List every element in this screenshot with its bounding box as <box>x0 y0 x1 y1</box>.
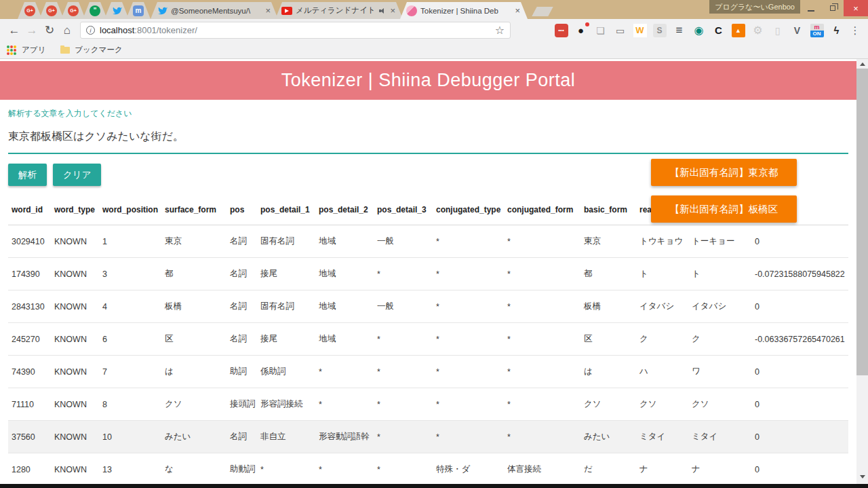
tab-tokenizer-active[interactable]: Tokenizer | Shiina Deb × <box>400 2 528 19</box>
w-extension-icon[interactable]: W <box>633 24 647 37</box>
table-cell: 特殊・ダ <box>433 453 504 485</box>
clear-button[interactable]: クリア <box>53 164 101 186</box>
close-icon[interactable]: × <box>264 6 272 15</box>
audio-speaker-icon[interactable] <box>379 7 387 14</box>
mineo-extension-icon[interactable]: mON <box>810 24 824 37</box>
table-cell: 一般 <box>374 225 433 258</box>
scroll-up-icon[interactable] <box>860 62 865 66</box>
address-bar[interactable]: i localhost:8001/tokenizer/ ☆ <box>80 22 511 39</box>
restore-button[interactable] <box>822 0 844 16</box>
table-cell: 名詞 <box>226 290 257 323</box>
table-cell: イタバシ <box>688 290 751 323</box>
menu-kebab-icon[interactable]: ⋮ <box>848 24 863 37</box>
moon-badge-extension-icon[interactable]: ● <box>574 24 588 37</box>
close-window-button[interactable]: × <box>844 0 868 16</box>
table-row[interactable]: 71110KNOWN8クソ接頭詞形容詞接続****クソクソクソ0 <box>8 388 848 421</box>
table-cell: * <box>374 453 433 485</box>
analyze-button[interactable]: 解析 <box>8 164 47 186</box>
scrollbar-thumb[interactable] <box>856 69 868 375</box>
apps-grid-icon[interactable] <box>7 45 16 55</box>
table-cell: 0 <box>751 421 848 453</box>
bookmark-star-icon[interactable]: ☆ <box>495 24 505 37</box>
close-icon[interactable]: × <box>513 6 521 15</box>
table-cell: 37560 <box>8 421 51 453</box>
pinned-tab[interactable] <box>61 2 85 19</box>
page-scrollbar[interactable] <box>856 59 868 484</box>
new-proper-noun-button-itabashi[interactable]: 【新出固有名詞】板橋区 <box>651 195 797 223</box>
table-cell: * <box>433 225 504 258</box>
table-cell: * <box>504 421 580 453</box>
ellipsis-extension-icon[interactable]: ••• <box>555 24 568 37</box>
table-cell: ワ <box>688 356 751 388</box>
bookmarks-folder[interactable]: ブックマーク <box>75 45 122 55</box>
new-tab-button[interactable] <box>532 7 553 16</box>
table-cell: 71110 <box>8 388 51 421</box>
info-icon[interactable]: i <box>86 26 95 35</box>
column-header: conjugated_type <box>433 195 504 225</box>
scroll-down-icon[interactable] <box>860 475 865 478</box>
sentence-input[interactable]: 東京都板橋区はクソみたいな街だ。 <box>8 130 848 144</box>
input-label: 解析する文章を入力してください <box>8 108 848 119</box>
gear-extension-icon[interactable]: ⚙ <box>751 24 765 37</box>
minimize-button[interactable] <box>800 0 822 16</box>
pinned-tab[interactable] <box>39 2 64 19</box>
back-icon[interactable]: ← <box>5 22 23 39</box>
table-cell: 区 <box>161 323 226 356</box>
table-cell: 6 <box>99 323 161 356</box>
column-header: word_position <box>99 195 161 225</box>
table-cell: KNOWN <box>51 356 99 388</box>
table-cell: * <box>504 323 580 356</box>
cast-extension-icon[interactable]: ▭ <box>614 24 627 37</box>
table-row[interactable]: 245270KNOWN6区名詞接尾地域***区クク-0.063367572654… <box>8 323 848 356</box>
file-extension-icon[interactable]: ▯ <box>771 24 785 37</box>
column-header: basic_form <box>580 195 636 225</box>
pinned-tab[interactable] <box>104 2 129 19</box>
table-cell: KNOWN <box>51 225 99 258</box>
column-header: word_type <box>51 195 99 225</box>
tab-twitter-user[interactable]: @SomeoneMentsuyu/\ × <box>151 2 278 19</box>
table-cell: 1280 <box>8 453 51 485</box>
buffer-extension-icon[interactable]: ≡ <box>673 24 686 37</box>
tab-youtube[interactable]: メルティランドナイトメア / × <box>275 2 403 19</box>
pinned-tab[interactable] <box>126 2 151 19</box>
reload-icon[interactable]: ↻ <box>41 22 58 39</box>
pinned-tab[interactable] <box>18 2 42 19</box>
new-proper-noun-button-tokyo[interactable]: 【新出固有名詞】東京都 <box>651 159 797 186</box>
c-extension-icon[interactable]: C <box>712 24 726 37</box>
apps-shortcut[interactable]: アプリ <box>22 45 45 55</box>
window-controls: プログラな〜いGenboo × <box>709 0 868 18</box>
tab-title: Tokenizer | Shiina Deb <box>420 7 510 15</box>
s-extension-icon[interactable]: S <box>653 24 667 37</box>
chart-extension-icon[interactable]: ▲ <box>732 24 745 37</box>
table-cell: 係助詞 <box>257 356 315 388</box>
photos-extension-icon[interactable]: ❏ <box>594 24 608 37</box>
table-row[interactable]: 2843130KNOWN4板橋名詞固有名詞地域一般**板橋イタバシイタバシ0 <box>8 290 848 323</box>
table-cell: トウキョウ <box>636 225 688 258</box>
table-cell: KNOWN <box>51 323 99 356</box>
table-cell: * <box>504 356 580 388</box>
table-row[interactable]: 74390KNOWN7は助詞係助詞****はハワ0 <box>8 356 848 388</box>
table-row[interactable]: 37560KNOWN10みたい名詞非自立形容動詞語幹***みたいミタイミタイ0 <box>8 421 848 453</box>
table-cell: 東京 <box>580 225 636 258</box>
forward-icon[interactable]: → <box>23 22 41 39</box>
table-cell: ハ <box>636 356 688 388</box>
table-row[interactable]: 174390KNOWN3都名詞接尾地域***都トト-0.072315880759… <box>8 258 848 290</box>
table-cell: 地域 <box>315 290 374 323</box>
folder-icon <box>60 47 70 54</box>
bolt-extension-icon[interactable]: ϟ <box>830 24 844 37</box>
eye-extension-icon[interactable]: ◉ <box>692 24 706 37</box>
table-row[interactable]: 3029410KNOWN1東京名詞固有名詞地域一般**東京トウキョウトーキョー0 <box>8 225 848 258</box>
googleplus-icon <box>68 5 79 16</box>
hangouts-icon <box>90 5 100 16</box>
home-icon[interactable]: ⌂ <box>58 22 76 39</box>
table-cell: 13 <box>99 453 161 485</box>
table-cell: な <box>161 453 226 485</box>
mineo-on: ON <box>810 31 824 37</box>
notification-badge <box>585 22 589 26</box>
table-row[interactable]: 1280KNOWN13な助動詞***特殊・ダ体言接続だナナ0 <box>8 453 848 485</box>
table-cell: ト <box>688 258 751 290</box>
v-extension-icon[interactable]: V <box>791 24 804 37</box>
close-icon[interactable]: × <box>389 6 397 15</box>
table-cell: 接尾 <box>257 323 315 356</box>
pinned-tab[interactable] <box>83 2 107 19</box>
